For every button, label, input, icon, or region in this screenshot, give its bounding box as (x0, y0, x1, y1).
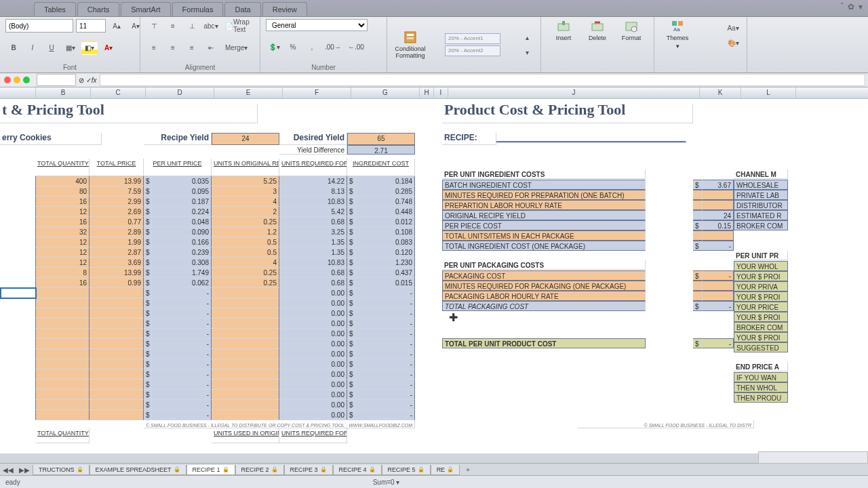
dollar[interactable]: $ (144, 237, 152, 247)
qty[interactable] (35, 369, 90, 380)
value[interactable]: - (703, 270, 734, 281)
format-cells-button[interactable]: Format (614, 18, 648, 43)
units-req[interactable]: 0.00 (279, 288, 347, 298)
dollar[interactable]: $ (347, 319, 355, 329)
frag[interactable]: YOUR $ PROI (734, 312, 788, 322)
label[interactable]: Recipe Yield (144, 133, 212, 145)
frag[interactable]: THEN WHOL (734, 382, 788, 392)
label[interactable]: PACKAGING LABOR HOURLY RATE (442, 291, 646, 301)
dollar[interactable]: $ (347, 258, 355, 268)
orientation-button[interactable]: abc▾ (203, 19, 219, 33)
dollar[interactable]: $ (144, 308, 152, 319)
units-req[interactable]: 14.22 (279, 176, 347, 186)
frag[interactable]: ESTIMATED R (734, 210, 788, 220)
dollar[interactable]: $ (347, 227, 355, 237)
units-orig[interactable] (212, 410, 279, 420)
ribbon-tab[interactable]: Formulas (172, 2, 224, 16)
label[interactable]: TOTAL INGREDIENT COST (ONE PACKAGE) (442, 241, 646, 251)
font-color-button[interactable]: A▾ (100, 41, 117, 55)
total-price[interactable]: 13.99 (90, 268, 144, 278)
frag[interactable]: DISTRIBUTOR (734, 200, 788, 210)
dollar[interactable]: $ (693, 180, 703, 190)
dollar[interactable]: $ (144, 298, 152, 308)
percent-button[interactable]: % (285, 41, 301, 54)
label[interactable]: MINUTES REQUIRED FOR PREPARATION (ONE BA… (442, 190, 646, 200)
units-req[interactable]: 0.68 (279, 268, 347, 278)
dollar[interactable]: $ (693, 270, 703, 281)
per-unit-price[interactable]: 0.308 (152, 258, 212, 268)
per-unit-price[interactable]: 0.187 (152, 197, 212, 207)
section-hdr[interactable]: PER UNIT INGREDIENT COSTS (442, 169, 646, 179)
total-price[interactable] (90, 390, 144, 400)
hdr-frag[interactable]: END PRICE A (734, 362, 788, 371)
align-top-icon[interactable]: ⊤ (146, 19, 162, 33)
ingredient-cost[interactable]: 0.120 (355, 247, 415, 258)
dollar[interactable]: $ (347, 380, 355, 390)
label[interactable]: Desired Yield (279, 133, 347, 145)
sheet-tab[interactable]: RE🔒 (431, 465, 460, 475)
qty[interactable] (35, 390, 90, 400)
per-unit-price[interactable]: - (152, 400, 212, 410)
per-unit-price[interactable]: - (152, 410, 212, 420)
units-req[interactable]: 0.00 (279, 369, 347, 380)
dollar[interactable]: $ (347, 207, 355, 217)
sheet-tab[interactable]: TRUCTIONS🔒 (33, 465, 90, 475)
units-orig[interactable]: 1.2 (212, 227, 279, 237)
qty[interactable]: 12 (35, 207, 90, 217)
ingredient-cost[interactable]: 1.230 (355, 258, 415, 268)
units-req[interactable]: 8.13 (279, 186, 347, 197)
dollar[interactable]: $ (144, 349, 152, 359)
per-unit-price[interactable]: 0.095 (152, 186, 212, 197)
units-req[interactable]: 0.68 (279, 278, 347, 288)
value[interactable]: 3.67 (703, 180, 734, 190)
qty[interactable] (35, 339, 90, 349)
label[interactable]: PACKAGING COST (442, 270, 646, 281)
dollar[interactable]: $ (347, 268, 355, 278)
units-req[interactable]: 0.00 (279, 319, 347, 329)
label[interactable]: ORIGINAL RECIPE YIELD (442, 210, 646, 220)
merge-button[interactable]: Merge ▾ (222, 41, 251, 55)
dollar[interactable]: $ (693, 241, 703, 251)
qty[interactable] (35, 410, 90, 420)
dollar[interactable]: $ (347, 237, 355, 247)
per-unit-price[interactable]: - (152, 380, 212, 390)
footnote[interactable]: © SMALL FOOD BUSINESS - ILLEGAL TO DISTR (578, 420, 754, 428)
fill-color-button[interactable]: ◧▾ (81, 41, 98, 55)
units-orig[interactable] (212, 380, 279, 390)
themes-button[interactable]: AaThemes▾ (660, 18, 695, 51)
style-accent1[interactable]: 20% - Accent1 (445, 33, 500, 44)
sheet-tab[interactable]: RECIPE 2🔒 (235, 465, 284, 475)
qty[interactable] (35, 329, 90, 339)
rule[interactable] (496, 141, 686, 143)
per-unit-price[interactable]: - (152, 319, 212, 329)
value[interactable] (703, 200, 734, 210)
total-price[interactable] (90, 410, 144, 420)
section-hdr[interactable]: PER UNIT PACKAGING COSTS (442, 260, 646, 270)
per-unit-price[interactable]: 0.166 (152, 237, 212, 247)
ingredient-cost[interactable]: 0.748 (355, 197, 415, 207)
units-req[interactable]: 1.35 (279, 247, 347, 258)
dollar[interactable]: $ (144, 217, 152, 227)
dollar[interactable]: $ (693, 301, 703, 311)
units-req[interactable]: 10.83 (279, 197, 347, 207)
units-req[interactable]: 0.00 (279, 298, 347, 308)
qty[interactable] (35, 349, 90, 359)
qty[interactable]: 12 (35, 247, 90, 258)
qty[interactable]: 16 (35, 197, 90, 207)
total-price[interactable]: 3.69 (90, 258, 144, 268)
label[interactable]: TOTAL UNITS/ITEMS IN EACH PACKAGE (442, 230, 646, 241)
sheet-tab[interactable]: RECIPE 5🔒 (382, 465, 431, 475)
label[interactable]: MINUTES REQUIRED FOR PACKAGING (ONE PACK… (442, 281, 646, 291)
ingredient-cost[interactable]: - (355, 298, 415, 308)
units-orig[interactable]: 0.25 (212, 217, 279, 227)
sheet-tab[interactable]: RECIPE 3🔒 (284, 465, 333, 475)
ingredient-cost[interactable]: - (355, 349, 415, 359)
per-unit-price[interactable]: - (152, 390, 212, 400)
tab-scroll-left-icon[interactable]: ◀◀ (0, 463, 16, 476)
add-sheet-button[interactable]: ＋ (460, 463, 476, 476)
ribbon-tab[interactable]: Charts (77, 2, 119, 16)
value[interactable] (703, 230, 734, 241)
total-price[interactable]: 2.69 (90, 207, 144, 217)
frag[interactable]: PRIVATE LAB (734, 190, 788, 200)
dollar[interactable]: $ (144, 186, 152, 197)
